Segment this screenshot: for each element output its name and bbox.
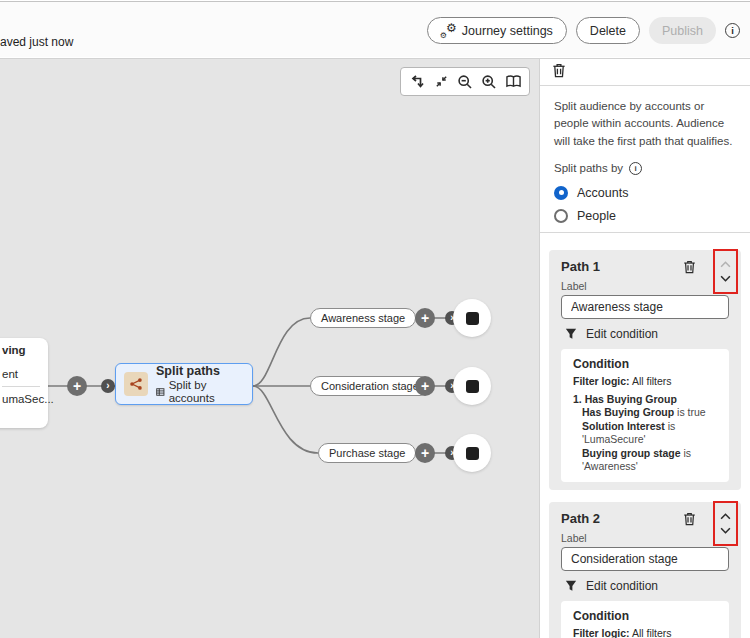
collapse-icon[interactable] bbox=[431, 72, 451, 92]
branch-label-consideration[interactable]: Consideration stage bbox=[310, 376, 430, 396]
connector-arrow-icon: › bbox=[101, 379, 115, 393]
move-path-down-icon[interactable] bbox=[720, 527, 731, 534]
zoom-in-icon[interactable] bbox=[479, 72, 499, 92]
edit-condition-button[interactable]: Edit condition bbox=[561, 579, 729, 593]
publish-label: Publish bbox=[662, 24, 703, 38]
path-2-title: Path 2 bbox=[561, 511, 600, 527]
end-icon bbox=[466, 447, 479, 460]
publish-button[interactable]: Publish bbox=[649, 17, 716, 44]
split-paths-icon bbox=[124, 372, 148, 396]
condition-summary: Condition Filter logic: All filters 1. H… bbox=[561, 349, 729, 482]
add-node-button[interactable]: + bbox=[415, 443, 435, 463]
edit-condition-button[interactable]: Edit condition bbox=[561, 327, 729, 341]
radio-people[interactable]: People bbox=[554, 209, 736, 223]
minimap-icon[interactable] bbox=[503, 72, 523, 92]
move-path-up-icon[interactable] bbox=[720, 513, 731, 520]
journey-settings-button[interactable]: ⚙⚙ Journey settings bbox=[427, 17, 567, 44]
split-paths-by-info-icon[interactable]: i bbox=[629, 162, 642, 175]
source-card-divider bbox=[2, 386, 40, 387]
move-path-down-icon[interactable] bbox=[720, 275, 731, 282]
radio-dot bbox=[554, 209, 568, 223]
journey-settings-label: Journey settings bbox=[462, 24, 553, 38]
end-node[interactable] bbox=[453, 367, 491, 405]
path-1-title: Path 1 bbox=[561, 259, 600, 275]
split-by-radio-group: Accounts People bbox=[540, 175, 750, 223]
table-grid-icon bbox=[156, 387, 165, 397]
path-1-label-input[interactable] bbox=[561, 295, 729, 319]
panel-description: Split audience by accounts or people wit… bbox=[540, 86, 750, 150]
delete-node-trash-icon[interactable] bbox=[552, 63, 566, 78]
header-actions: ⚙⚙ Journey settings Delete Publish i bbox=[427, 17, 740, 44]
add-node-button[interactable]: + bbox=[415, 376, 435, 396]
save-status-text: aved just now bbox=[0, 35, 73, 49]
radio-accounts[interactable]: Accounts bbox=[554, 186, 736, 200]
source-card-line1: ving bbox=[2, 344, 48, 356]
split-paths-by-label: Split paths by bbox=[554, 162, 623, 174]
reorder-annotation-box bbox=[713, 501, 738, 546]
condition-rule: Solution Interest is 'LumaSecure' bbox=[573, 420, 717, 447]
radio-dot bbox=[554, 186, 568, 200]
split-paths-node[interactable]: Split paths Split by accounts bbox=[115, 363, 253, 405]
zoom-out-icon[interactable] bbox=[455, 72, 475, 92]
filter-icon bbox=[565, 580, 577, 592]
gear-icon: ⚙⚙ bbox=[441, 24, 456, 38]
condition-rule: Buying group stage is 'Awareness' bbox=[573, 447, 717, 474]
path-2-card: Path 2 Label bbox=[549, 502, 741, 638]
branch-label-awareness[interactable]: Awareness stage bbox=[310, 308, 416, 328]
split-node-subtitle: Split by accounts bbox=[169, 379, 244, 405]
filter-icon bbox=[565, 328, 577, 340]
end-icon bbox=[466, 312, 479, 325]
path-1-card: Path 1 Label bbox=[549, 250, 741, 490]
path-2-label-input[interactable] bbox=[561, 547, 729, 571]
delete-path-trash-icon[interactable] bbox=[683, 260, 696, 274]
header: aved just now ⚙⚙ Journey settings Delete… bbox=[0, 2, 750, 57]
condition-summary: Condition Filter logic: All filters 1. H… bbox=[561, 601, 729, 638]
condition-rule: Has Buying Group is true bbox=[573, 406, 717, 420]
connector-lines bbox=[0, 59, 539, 638]
add-node-button[interactable]: + bbox=[415, 308, 435, 328]
arrange-icon[interactable] bbox=[407, 72, 427, 92]
move-path-up-icon[interactable] bbox=[720, 261, 731, 268]
delete-button[interactable]: Delete bbox=[576, 17, 640, 44]
previous-node-card[interactable]: ving ent umaSec... bbox=[0, 338, 48, 428]
label-field-label: Label bbox=[561, 280, 729, 292]
add-node-button[interactable]: + bbox=[67, 376, 87, 396]
label-field-label: Label bbox=[561, 532, 729, 544]
delete-label: Delete bbox=[590, 24, 626, 38]
reorder-annotation-box bbox=[713, 249, 738, 294]
info-icon[interactable]: i bbox=[725, 23, 740, 38]
split-node-title: Split paths bbox=[156, 364, 244, 379]
end-node[interactable] bbox=[453, 434, 491, 472]
source-card-line3: umaSec... bbox=[2, 393, 48, 405]
delete-path-trash-icon[interactable] bbox=[683, 512, 696, 526]
journey-canvas[interactable]: ving ent umaSec... + › Split paths Split… bbox=[0, 58, 539, 638]
source-card-line2: ent bbox=[2, 368, 48, 380]
end-icon bbox=[466, 380, 479, 393]
end-node[interactable] bbox=[453, 299, 491, 337]
branch-label-purchase[interactable]: Purchase stage bbox=[318, 443, 416, 463]
canvas-toolbar bbox=[400, 67, 530, 96]
split-paths-settings-panel: Split audience by accounts or people wit… bbox=[539, 58, 750, 638]
